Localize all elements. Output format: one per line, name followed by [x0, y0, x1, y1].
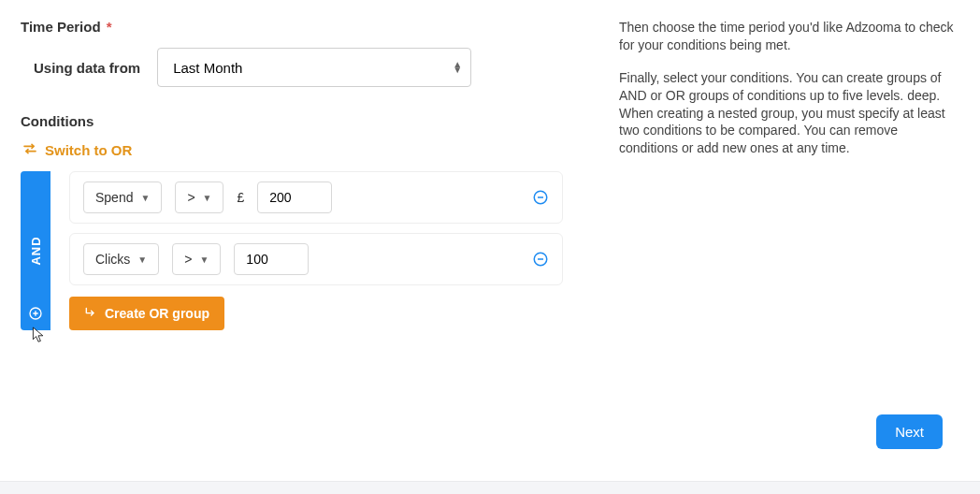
group-operator-bar: AND	[21, 171, 50, 330]
chevron-down-icon: ▼	[203, 193, 212, 203]
create-or-group-text: Create OR group	[105, 306, 209, 321]
using-data-from-label: Using data from	[34, 60, 140, 76]
operator-select[interactable]: > ▼	[172, 243, 221, 275]
chevron-down-icon: ▼	[199, 254, 209, 265]
add-condition-button[interactable]	[28, 306, 43, 321]
metric-select[interactable]: Spend ▼	[83, 182, 162, 213]
help-paragraph: Finally, select your conditions. You can…	[619, 69, 954, 157]
time-period-select-wrap[interactable]: ▲▼	[157, 48, 471, 87]
group-operator-label: AND	[29, 236, 43, 265]
time-period-label-text: Time Period	[21, 19, 101, 35]
metric-select[interactable]: Clicks ▼	[83, 243, 159, 275]
help-panel: Then choose the time period you'd like A…	[619, 19, 954, 330]
operator-select[interactable]: > ▼	[175, 182, 223, 213]
time-period-label: Time Period *	[21, 19, 563, 35]
switch-to-or-link[interactable]: Switch to OR	[22, 142, 132, 158]
time-period-section: Time Period * Using data from ▲▼	[21, 19, 563, 87]
operator-value: >	[187, 190, 195, 205]
value-input[interactable]	[257, 182, 332, 213]
help-paragraph: Then choose the time period you'd like A…	[619, 19, 954, 54]
operator-value: >	[184, 252, 192, 267]
create-or-group-button[interactable]: Create OR group	[69, 297, 224, 330]
metric-value: Spend	[95, 190, 133, 205]
condition-group: AND Spend ▼ >	[21, 171, 563, 330]
swap-icon	[22, 142, 37, 158]
sub-arrow-icon	[84, 306, 97, 322]
time-period-select[interactable]	[157, 48, 471, 87]
value-input[interactable]	[234, 243, 309, 275]
remove-condition-button[interactable]	[532, 251, 549, 268]
chevron-down-icon: ▼	[140, 193, 150, 203]
remove-condition-button[interactable]	[532, 189, 549, 206]
conditions-section: Conditions Switch to OR AND	[21, 113, 563, 330]
currency-symbol: £	[237, 190, 244, 205]
required-marker: *	[107, 19, 112, 35]
next-button[interactable]: Next	[876, 414, 943, 449]
condition-row: Spend ▼ > ▼ £	[69, 171, 563, 224]
metric-value: Clicks	[95, 252, 130, 267]
page-bottom-edge	[0, 481, 980, 494]
condition-row: Clicks ▼ > ▼	[69, 233, 563, 285]
chevron-down-icon: ▼	[137, 254, 147, 265]
conditions-header: Conditions	[21, 113, 563, 129]
switch-to-or-text: Switch to OR	[45, 142, 132, 158]
